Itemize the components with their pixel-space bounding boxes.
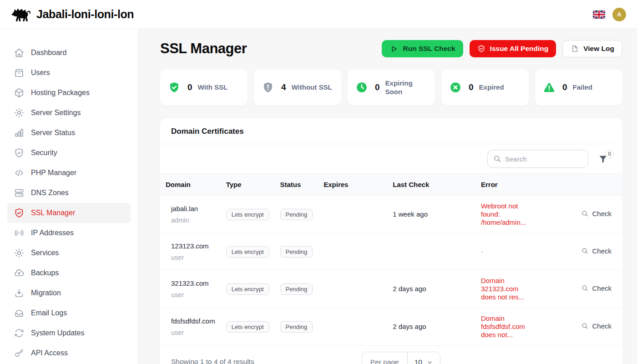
- stat-count: 0: [375, 82, 380, 92]
- sidebar-item-label: Hosting Packages: [31, 89, 90, 97]
- type-badge: Lets encrypt: [226, 209, 269, 220]
- column-header: Last Check: [387, 174, 475, 196]
- sidebar: Dashboard Users Hosting Packages Server …: [0, 29, 138, 364]
- filter-button[interactable]: 0: [598, 154, 608, 164]
- stats-row: 0 With SSL 4 Without SSL 0 Expiring Soon: [160, 69, 622, 106]
- sidebar-item[interactable]: System Updates: [7, 323, 131, 343]
- shield-check-icon: [477, 45, 485, 53]
- view-log-button[interactable]: View Log: [562, 40, 622, 57]
- search-icon: [493, 154, 502, 163]
- magnifier-icon: [581, 284, 589, 292]
- stat-label: With SSL: [198, 83, 228, 92]
- last-check-value: 1 week ago: [393, 210, 428, 218]
- warning-triangle-filled-icon: [543, 81, 555, 93]
- home-icon: [14, 47, 25, 58]
- chevron-down-icon: [426, 359, 433, 364]
- type-badge: Lets encrypt: [226, 246, 269, 258]
- status-badge: Pending: [280, 321, 313, 333]
- stat-count: 0: [187, 82, 192, 92]
- column-header: Type: [221, 174, 275, 196]
- stat-card: 0 Expired: [441, 69, 529, 106]
- sidebar-item[interactable]: Dashboard: [7, 43, 131, 63]
- status-badge: Pending: [280, 246, 313, 258]
- per-page-value: 10: [415, 358, 422, 364]
- check-button[interactable]: Check: [581, 210, 612, 217]
- column-header: [536, 174, 622, 196]
- check-button[interactable]: Check: [581, 247, 612, 255]
- issue-all-pending-button[interactable]: Issue All Pending: [470, 40, 556, 57]
- stat-label: Without SSL: [292, 83, 332, 92]
- column-header: Status: [275, 174, 318, 196]
- sidebar-item[interactable]: Security: [7, 143, 131, 163]
- code-icon: [14, 167, 25, 178]
- stat-count: 4: [281, 82, 286, 92]
- x-circle-filled-icon: [450, 81, 461, 93]
- sidebar-item[interactable]: Server Status: [7, 123, 131, 143]
- sidebar-item-label: Security: [31, 149, 57, 157]
- app-title: Jabali-loni-loni-lon: [36, 8, 134, 21]
- run-ssl-check-button[interactable]: Run SSL Check: [382, 40, 463, 57]
- sidebar-item[interactable]: PHP Manager: [7, 163, 131, 183]
- sidebar-item[interactable]: DNS Zones: [7, 183, 131, 203]
- sidebar-item[interactable]: API Access: [7, 343, 131, 363]
- domain-name: jabali.lan: [171, 205, 215, 212]
- inbox-icon: [14, 308, 25, 318]
- sidebar-item[interactable]: Hosting Packages: [7, 83, 131, 103]
- last-check-value: 2 days ago: [393, 285, 426, 293]
- magnifier-icon: [581, 247, 589, 255]
- error-message: Domain 321323.com does not res...: [481, 277, 524, 301]
- sidebar-item-label: API Access: [31, 349, 68, 357]
- sidebar-item-label: Server Settings: [31, 109, 81, 117]
- uk-flag-icon[interactable]: [593, 10, 605, 19]
- page-title: SSL Manager: [160, 40, 247, 57]
- stat-card: 4 Without SSL: [254, 69, 341, 106]
- sidebar-item[interactable]: Backups: [7, 263, 131, 283]
- shield-check-icon: [14, 147, 25, 158]
- sidebar-item[interactable]: Server Settings: [7, 103, 131, 123]
- download-icon: [14, 288, 25, 298]
- sidebar-item-label: Users: [31, 69, 50, 77]
- check-button[interactable]: Check: [581, 284, 612, 292]
- sidebar-item[interactable]: IP Addresses: [7, 223, 131, 243]
- type-badge: Lets encrypt: [226, 283, 269, 295]
- sidebar-item-label: IP Addresses: [31, 229, 74, 237]
- search-input[interactable]: [487, 150, 588, 168]
- sidebar-item-label: Server Status: [31, 129, 75, 137]
- sidebar-item[interactable]: Users: [7, 63, 131, 83]
- sidebar-item-label: Migration: [31, 289, 61, 297]
- table-row: fdsfsdfdsf.com user Lets encrypt Pending…: [160, 308, 622, 346]
- domain-owner: admin: [171, 217, 215, 224]
- table-row: jabali.lan admin Lets encrypt Pending 1 …: [160, 196, 622, 233]
- stat-count: 0: [469, 82, 474, 92]
- stat-label: Expiring Soon: [385, 79, 427, 96]
- sidebar-item[interactable]: SSL Manager: [7, 203, 131, 223]
- boar-logo-icon: [11, 7, 32, 22]
- clock-filled-icon: [356, 81, 368, 93]
- sidebar-item-label: Dashboard: [31, 49, 66, 57]
- cube-icon: [14, 87, 25, 98]
- sidebar-item[interactable]: Email Logs: [7, 303, 131, 323]
- domain-name: fdsfsdfdsf.com: [171, 317, 215, 325]
- certificates-table: Domain Type: [160, 173, 622, 346]
- shield-check-filled-icon: [168, 81, 180, 93]
- brand-logo[interactable]: Jabali-loni-loni-lon: [11, 7, 134, 22]
- domain-owner: user: [171, 254, 215, 261]
- check-button[interactable]: Check: [581, 322, 612, 330]
- document-icon: [571, 45, 579, 53]
- type-badge: Lets encrypt: [226, 321, 269, 333]
- sidebar-item[interactable]: Services: [7, 243, 131, 263]
- magnifier-icon: [581, 210, 589, 217]
- per-page-select[interactable]: Per page 10: [362, 352, 440, 364]
- avatar[interactable]: A: [612, 8, 626, 21]
- sidebar-item[interactable]: Migration: [7, 283, 131, 303]
- domain-name: 123123.com: [171, 242, 215, 250]
- last-check-value: 2 days ago: [393, 323, 426, 330]
- shield-check-icon: [14, 207, 25, 218]
- stat-count: 0: [562, 82, 567, 92]
- table-row: 123123.com user Lets encrypt Pending -: [160, 233, 622, 270]
- gear-icon: [14, 107, 25, 118]
- play-icon: [389, 45, 398, 53]
- sidebar-item-label: SSL Manager: [31, 209, 75, 217]
- sidebar-item-label: Backups: [31, 269, 59, 277]
- status-badge: Pending: [280, 209, 313, 220]
